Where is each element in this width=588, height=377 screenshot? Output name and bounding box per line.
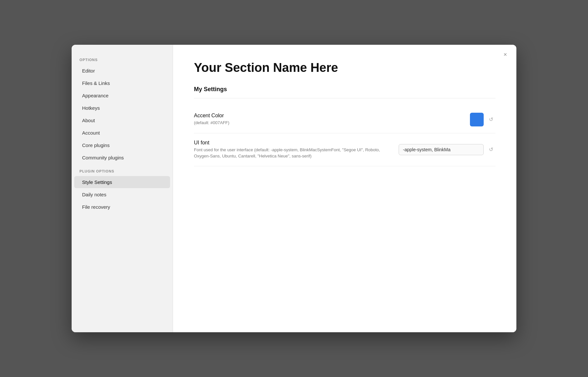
reset-icon — [489, 116, 493, 123]
sidebar: OPTIONS Editor Files & Links Appearance … — [72, 45, 173, 332]
accent-color-reset-button[interactable] — [486, 115, 495, 124]
settings-group-title: My Settings — [194, 86, 495, 93]
sidebar-item-daily-notes[interactable]: Daily notes — [74, 188, 170, 201]
ui-font-info: UI font Font used for the user interface… — [194, 140, 399, 159]
sidebar-item-hotkeys[interactable]: Hotkeys — [74, 102, 170, 114]
accent-color-swatch[interactable] — [470, 113, 484, 126]
options-section-label: OPTIONS — [72, 53, 173, 64]
accent-color-control — [470, 113, 495, 126]
sidebar-item-style-settings[interactable]: Style Settings — [74, 176, 170, 188]
page-title: Your Section Name Here — [194, 60, 495, 75]
settings-modal: OPTIONS Editor Files & Links Appearance … — [72, 45, 516, 332]
accent-color-row: Accent Color (default: #007AFF) — [194, 106, 495, 133]
ui-font-reset-button[interactable] — [486, 145, 495, 154]
main-content: × Your Section Name Here My Settings Acc… — [173, 45, 516, 332]
sidebar-item-appearance[interactable]: Appearance — [74, 90, 170, 102]
sidebar-item-community-plugins[interactable]: Community plugins — [74, 152, 170, 164]
plugin-options-section-label: PLUGIN OPTIONS — [72, 164, 173, 176]
sidebar-item-account[interactable]: Account — [74, 127, 170, 139]
close-button[interactable]: × — [501, 50, 510, 59]
accent-color-description: (default: #007AFF) — [194, 120, 384, 126]
ui-font-row: UI font Font used for the user interface… — [194, 133, 495, 166]
sidebar-item-file-recovery[interactable]: File recovery — [74, 201, 170, 213]
sidebar-item-files-links[interactable]: Files & Links — [74, 77, 170, 89]
sidebar-item-core-plugins[interactable]: Core plugins — [74, 139, 170, 151]
ui-font-input[interactable] — [399, 144, 484, 155]
divider — [194, 98, 495, 98]
sidebar-item-editor[interactable]: Editor — [74, 65, 170, 77]
reset-icon — [489, 146, 493, 153]
ui-font-control — [399, 144, 495, 155]
accent-color-label: Accent Color — [194, 113, 462, 119]
ui-font-label: UI font — [194, 140, 391, 146]
ui-font-description: Font used for the user interface (defaul… — [194, 147, 384, 159]
sidebar-item-about[interactable]: About — [74, 114, 170, 126]
close-icon: × — [504, 51, 507, 58]
accent-color-info: Accent Color (default: #007AFF) — [194, 113, 470, 126]
